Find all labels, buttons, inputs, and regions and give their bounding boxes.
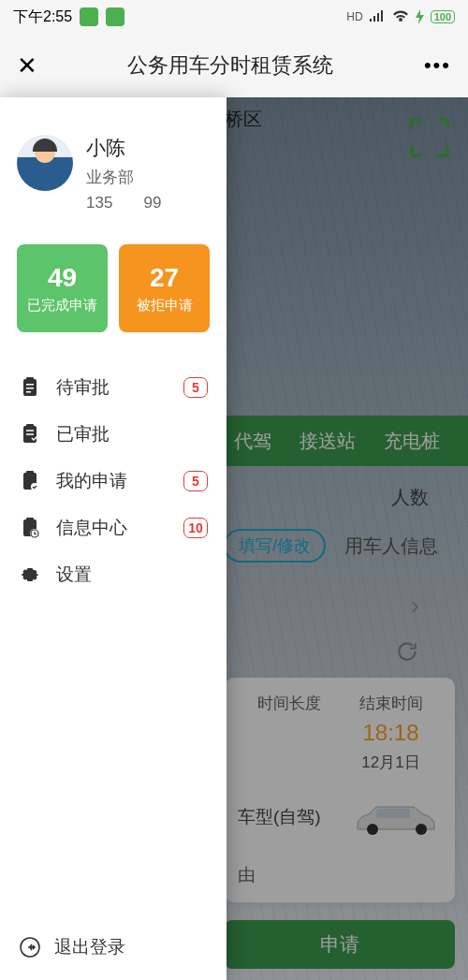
logout-button[interactable]: 退出登录 <box>0 914 227 980</box>
menu-settings[interactable]: 设置 <box>0 551 227 598</box>
badge: 5 <box>183 471 208 491</box>
wifi-icon <box>391 10 410 23</box>
svg-rect-14 <box>26 518 34 521</box>
svg-rect-7 <box>26 391 31 393</box>
profile-dept: 业务部 <box>86 167 161 188</box>
menu-label: 我的申请 <box>56 469 168 493</box>
badge: 10 <box>183 518 208 538</box>
status-bar: 下午2:55 HD 100 <box>0 0 468 34</box>
stats-row: 49 已完成申请 27 被拒申请 <box>0 231 227 355</box>
page-title: 公务用车分时租赁系统 <box>37 51 424 80</box>
close-icon[interactable]: ✕ <box>17 51 37 80</box>
clipboard-clock-icon <box>19 517 41 539</box>
stat-rejected-label: 被拒申请 <box>137 297 193 314</box>
signal-icon <box>369 10 386 23</box>
menu-label: 信息中心 <box>56 516 168 540</box>
drawer-backdrop[interactable] <box>227 97 468 980</box>
clipboard-check-icon <box>19 423 41 446</box>
status-app-icon <box>106 7 124 26</box>
avatar[interactable] <box>17 135 73 191</box>
menu-my-applications[interactable]: 我的申请 5 <box>0 458 227 505</box>
svg-rect-4 <box>26 377 34 381</box>
gear-icon <box>19 563 41 586</box>
badge: 5 <box>183 377 208 398</box>
profile-phone: 135 99 <box>86 194 161 212</box>
stat-rejected-num: 27 <box>150 263 179 293</box>
profile-section: 小陈 业务部 135 99 <box>0 97 227 231</box>
profile-name: 小陈 <box>86 135 161 161</box>
clipboard-icon <box>19 376 41 399</box>
stat-rejected[interactable]: 27 被拒申请 <box>119 244 210 332</box>
svg-rect-11 <box>26 471 34 475</box>
clipboard-user-icon <box>19 470 41 492</box>
charge-icon <box>416 9 425 24</box>
battery-icon: 100 <box>431 10 455 23</box>
logout-icon <box>19 936 41 958</box>
nav-bar: ✕ 公务用车分时租赁系统 ••• <box>0 34 468 97</box>
hd-icon: HD <box>346 10 362 23</box>
side-drawer: 小陈 业务部 135 99 49 已完成申请 27 被拒申请 待审批 5 已审批… <box>0 97 227 980</box>
menu-label: 已审批 <box>56 422 208 446</box>
menu-label: 设置 <box>56 563 208 587</box>
status-app-icon <box>80 7 98 26</box>
menu-message-center[interactable]: 信息中心 10 <box>0 505 227 551</box>
svg-rect-5 <box>26 384 34 386</box>
menu-approved[interactable]: 已审批 <box>0 411 227 458</box>
logout-label: 退出登录 <box>54 935 125 959</box>
menu-label: 待审批 <box>56 375 168 400</box>
stat-completed-label: 已完成申请 <box>27 297 97 314</box>
menu-pending-approval[interactable]: 待审批 5 <box>0 364 227 411</box>
stat-completed-num: 49 <box>48 263 77 293</box>
status-time: 下午2:55 <box>13 7 72 27</box>
stat-completed[interactable]: 49 已完成申请 <box>17 244 108 332</box>
svg-rect-9 <box>26 424 34 428</box>
more-icon[interactable]: ••• <box>424 53 451 78</box>
drawer-menu: 待审批 5 已审批 我的申请 5 信息中心 10 设置 <box>0 355 227 607</box>
svg-rect-6 <box>26 388 34 389</box>
svg-point-12 <box>31 483 38 490</box>
